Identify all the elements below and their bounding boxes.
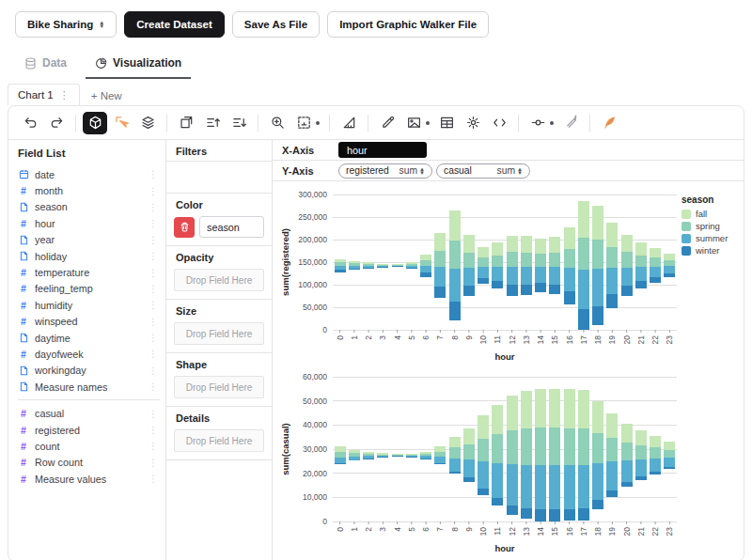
field-item-season[interactable]: season⋮ xyxy=(18,199,160,215)
field-list-title: Field List xyxy=(18,148,160,159)
transpose-button[interactable] xyxy=(174,112,198,134)
aggregation-select[interactable]: sum▲▼ xyxy=(497,165,523,176)
field-item-humidity[interactable]: #humidity⋮ xyxy=(18,297,160,313)
svg-text:15: 15 xyxy=(550,527,559,537)
field-item-year[interactable]: year⋮ xyxy=(18,232,160,248)
field-menu-icon[interactable]: ⋮ xyxy=(149,300,160,310)
remove-field-button[interactable] xyxy=(174,217,195,238)
chart-tab-menu-icon[interactable]: ⋮ xyxy=(59,89,70,101)
toolbar xyxy=(8,106,744,140)
field-menu-icon[interactable]: ⋮ xyxy=(149,441,160,451)
dataset-select[interactable]: Bike Sharing ▲▼ xyxy=(15,11,117,38)
field-item-winspeed[interactable]: #winspeed⋮ xyxy=(18,314,160,330)
field-item-casual[interactable]: #casual⋮ xyxy=(18,405,160,421)
field-menu-icon[interactable]: ⋮ xyxy=(149,333,160,343)
svg-text:9: 9 xyxy=(464,527,474,532)
field-item-registered[interactable]: #registered⋮ xyxy=(18,422,160,438)
axes-resize-toggle-dot[interactable] xyxy=(316,121,320,125)
field-item-daytime[interactable]: daytime⋮ xyxy=(18,330,160,346)
stack-mode-button[interactable] xyxy=(135,112,160,134)
field-item-measure-names[interactable]: Measure names⋮ xyxy=(18,379,160,395)
field-menu-icon[interactable]: ⋮ xyxy=(149,251,160,261)
field-item-dayofweek[interactable]: #dayofweek⋮ xyxy=(18,346,160,362)
field-item-row-count[interactable]: #Row count⋮ xyxy=(18,455,160,471)
details-drop-area[interactable]: Drop Field Here xyxy=(174,429,264,452)
export-code-button[interactable] xyxy=(487,112,511,134)
svg-text:2: 2 xyxy=(364,335,373,340)
feather-button[interactable] xyxy=(597,112,621,134)
field-item-holiday[interactable]: holiday⋮ xyxy=(18,248,160,264)
sort-ascending-button[interactable] xyxy=(200,112,225,134)
field-menu-icon[interactable]: ⋮ xyxy=(149,202,160,212)
filters-label: Filters xyxy=(166,140,272,161)
new-chart-button[interactable]: + New xyxy=(82,90,132,105)
svg-text:10: 10 xyxy=(478,527,488,537)
svg-text:9: 9 xyxy=(464,335,474,340)
limit-button[interactable] xyxy=(525,112,550,134)
import-graphic-walker-file-button[interactable]: Import Graphic Walker File xyxy=(327,11,489,38)
field-item-count[interactable]: #count⋮ xyxy=(18,438,160,454)
axes-resize-button[interactable] xyxy=(291,112,316,134)
settings-button[interactable] xyxy=(461,112,485,134)
opacity-drop-area[interactable]: Drop Field Here xyxy=(174,269,264,291)
table-view-button[interactable] xyxy=(434,112,459,134)
x-axis-field-pill[interactable]: hour xyxy=(338,142,427,158)
field-menu-icon[interactable]: ⋮ xyxy=(149,458,160,468)
field-item-feeling_temp[interactable]: #feeling_temp⋮ xyxy=(18,281,160,297)
svg-text:14: 14 xyxy=(536,527,545,537)
field-menu-icon[interactable]: ⋮ xyxy=(149,317,160,327)
field-menu-icon[interactable]: ⋮ xyxy=(149,186,160,196)
field-item-date[interactable]: date⋮ xyxy=(18,166,160,182)
registered-bar-chart[interactable]: 050,000100,000150,000200,000250,000300,0… xyxy=(278,185,741,364)
field-menu-icon[interactable]: ⋮ xyxy=(149,425,160,435)
aggregation-select[interactable]: sum▲▼ xyxy=(400,165,425,176)
field-item-hour[interactable]: #hour⋮ xyxy=(18,215,160,231)
save-as-file-button[interactable]: Save As File xyxy=(232,11,320,38)
field-item-workingday[interactable]: workingday⋮ xyxy=(18,363,160,379)
shape-drop-area[interactable]: Drop Field Here xyxy=(174,376,264,398)
tab-data[interactable]: Data xyxy=(15,49,76,79)
chart-tab-1[interactable]: Chart 1 ⋮ xyxy=(8,84,80,105)
size-drop-area[interactable]: Drop Field Here xyxy=(174,322,264,345)
svg-text:50,000: 50,000 xyxy=(303,303,327,312)
pen-button[interactable] xyxy=(375,112,400,134)
create-dataset-button[interactable]: Create Dataset xyxy=(124,11,225,38)
field-menu-icon[interactable]: ⋮ xyxy=(149,284,160,294)
redo-button[interactable] xyxy=(44,112,69,134)
field-menu-icon[interactable]: ⋮ xyxy=(149,218,160,228)
field-menu-icon[interactable]: ⋮ xyxy=(149,366,160,376)
field-menu-icon[interactable]: ⋮ xyxy=(149,268,160,278)
y-axis-field-pill-registered[interactable]: registered sum▲▼ xyxy=(338,163,432,179)
field-menu-icon[interactable]: ⋮ xyxy=(149,409,160,419)
field-menu-icon[interactable]: ⋮ xyxy=(149,235,160,245)
zoom-in-button[interactable] xyxy=(265,112,290,134)
field-item-measure-values[interactable]: #Measure values⋮ xyxy=(18,471,160,487)
field-menu-icon[interactable]: ⋮ xyxy=(149,474,160,484)
limit-toggle-dot[interactable] xyxy=(550,121,554,125)
export-image-toggle-dot[interactable] xyxy=(426,121,430,125)
filters-drop-area[interactable] xyxy=(166,161,272,193)
painter-button[interactable] xyxy=(109,112,133,134)
field-menu-icon[interactable]: ⋮ xyxy=(149,381,160,392)
field-menu-icon[interactable]: ⋮ xyxy=(149,349,160,359)
svg-text:22: 22 xyxy=(650,335,660,345)
y-axis-field-pill-casual[interactable]: casual sum▲▼ xyxy=(436,163,530,179)
brush-button[interactable] xyxy=(558,112,583,134)
field-item-temperature[interactable]: #temperature⋮ xyxy=(18,264,160,280)
number-field-icon: # xyxy=(18,267,29,278)
scale-button[interactable] xyxy=(337,112,361,134)
color-field-pill[interactable]: season xyxy=(199,216,264,238)
field-menu-icon[interactable]: ⋮ xyxy=(149,169,160,179)
y-axis-shelf[interactable]: Y-Axis registered sum▲▼ casual sum▲▼ xyxy=(273,161,744,181)
field-item-month[interactable]: #month⋮ xyxy=(18,182,160,198)
svg-text:0: 0 xyxy=(336,335,345,340)
undo-button[interactable] xyxy=(18,112,42,134)
tab-visualization[interactable]: Visualization xyxy=(86,49,191,79)
x-axis-shelf[interactable]: X-Axis hour xyxy=(273,140,744,161)
casual-bar-chart[interactable]: 010,00020,00030,00040,00050,00060,000012… xyxy=(278,367,741,555)
number-field-icon: # xyxy=(18,218,29,229)
export-image-button[interactable] xyxy=(401,112,426,134)
shape-label: Shape xyxy=(166,353,272,374)
sort-descending-button[interactable] xyxy=(227,112,251,134)
mark-type-button[interactable] xyxy=(83,112,107,134)
